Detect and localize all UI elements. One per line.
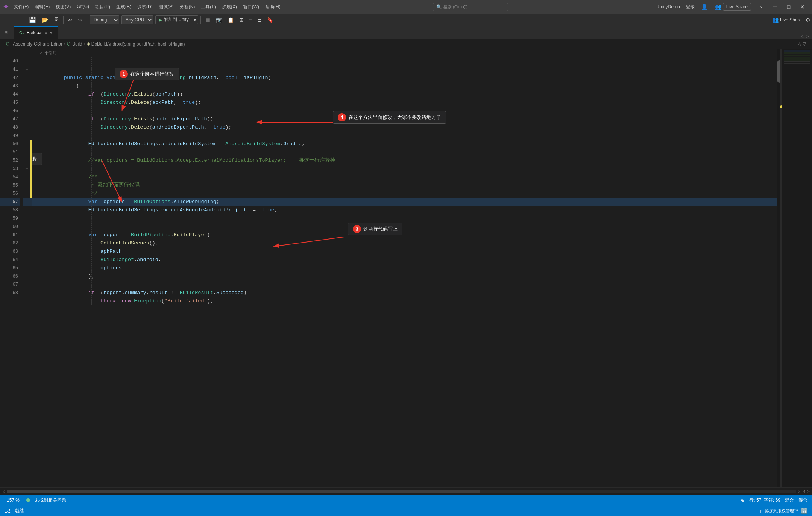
line-num-66: 66: [0, 272, 20, 281]
menu-window[interactable]: 窗口(W): [240, 2, 262, 12]
no-errors[interactable]: 未找到相关问题: [35, 497, 66, 504]
live-share-icon: 👥: [715, 4, 721, 10]
line-num-57: 57: [0, 198, 20, 206]
breadcrumb-assembly[interactable]: Assembly-CSharp-Editor: [13, 41, 62, 47]
fold-41[interactable]: ─: [23, 65, 30, 74]
code-mgmt-icon: 🔢: [801, 508, 807, 514]
line-num-67: 67: [0, 281, 20, 289]
open-btn[interactable]: 📂: [39, 16, 50, 24]
vertical-scrollbar[interactable]: [777, 49, 782, 487]
add-code-mgmt[interactable]: 添加到版权管理™: [765, 508, 798, 514]
line-num-49: 49: [0, 132, 20, 140]
expand-icon[interactable]: ⌥: [756, 3, 767, 11]
line-num-53: 53: [0, 165, 20, 173]
close-btn[interactable]: ✕: [795, 0, 809, 14]
menu-git[interactable]: Git(G): [74, 2, 92, 12]
scroll-right-btn[interactable]: ▷: [798, 489, 801, 493]
menu-analyze[interactable]: 分析(N): [177, 2, 198, 12]
fold-53[interactable]: ─: [23, 165, 30, 173]
menu-build[interactable]: 生成(B): [113, 2, 134, 12]
status-dot: [26, 498, 30, 502]
line-num-45: 45: [0, 99, 20, 107]
zoom-level[interactable]: 157 %: [5, 498, 22, 503]
screenshot-btn[interactable]: 📷: [214, 16, 225, 24]
annotation-3: 3 这两行代码写上: [348, 223, 402, 235]
line-num-62: 62: [0, 239, 20, 247]
git-status[interactable]: 就绪: [15, 508, 24, 514]
align-right-btn[interactable]: ≣: [255, 16, 264, 24]
code-line-66: [32, 272, 777, 281]
file-tab-build[interactable]: C# Build.cs ● ✕: [14, 26, 58, 39]
goto-btn[interactable]: ⊕: [741, 498, 745, 503]
line-num-41: 41: [0, 65, 20, 74]
attach-unity-btn[interactable]: ▶ 附加到 Unity: [156, 16, 192, 24]
horizontal-scrollbar[interactable]: [7, 490, 796, 493]
back-btn[interactable]: ←: [2, 16, 12, 24]
login-btn[interactable]: 登录: [683, 3, 698, 11]
line-num-60: 60: [0, 223, 20, 231]
code-line-56: var options = BuildOptions.AllowDebuggin…: [32, 190, 777, 198]
nav-right-btn[interactable]: ⊳: [807, 489, 810, 493]
menu-project[interactable]: 项目(P): [92, 2, 113, 12]
line-num-47: 47: [0, 115, 20, 123]
menu-view[interactable]: 视图(V): [53, 2, 74, 12]
menu-debug[interactable]: 调试(D): [134, 2, 156, 12]
clipboard-btn[interactable]: 📋: [225, 16, 236, 24]
platform-dropdown[interactable]: Any CPU: [121, 15, 153, 24]
scroll-left-btn[interactable]: ◁: [2, 489, 5, 493]
encoding[interactable]: 混合: [785, 497, 794, 504]
line-num-46: 46: [0, 107, 20, 115]
code-line-67: if (report.summary.result != BuildResult…: [32, 281, 777, 289]
menu-edit[interactable]: 编辑(E): [32, 2, 53, 12]
menu-file[interactable]: 文件(F): [11, 2, 32, 12]
sidebar-toggle[interactable]: ⊞: [0, 26, 14, 39]
breadcrumb-nav-down[interactable]: ▽: [803, 41, 806, 47]
minimap: [782, 49, 812, 487]
code-line-54: * 添加下面两行代码: [32, 173, 777, 181]
bookmark-btn[interactable]: 🔖: [265, 16, 276, 24]
tab-scroll-right[interactable]: ▷: [806, 33, 809, 39]
breadcrumb-file[interactable]: Build: [72, 41, 82, 47]
tab-close-btn[interactable]: ✕: [49, 31, 52, 35]
menu-help[interactable]: 帮助(H): [262, 2, 284, 12]
line-ending[interactable]: 混合: [798, 497, 807, 504]
editor-status-bar: 157 % 未找到相关问题 ⊕ 行: 57 字符: 69 混合 混合: [0, 495, 812, 505]
live-share-label[interactable]: Live Share: [723, 3, 751, 11]
attach-dropdown-btn[interactable]: ▾: [192, 16, 198, 23]
line-num-58: 58: [0, 206, 20, 214]
menu-extensions[interactable]: 扩展(X): [219, 2, 240, 12]
annotation-1: 1 在这个脚本进行修改: [115, 68, 179, 80]
row-col[interactable]: 行: 57 字符: 69: [749, 497, 780, 504]
stop-btn[interactable]: ⏹: [203, 16, 213, 24]
tab-scroll-left[interactable]: ◁: [801, 33, 804, 39]
nav-left-btn[interactable]: ⊲: [802, 489, 805, 493]
bottom-status-bar: ⎇ 就绪 ↑ 添加到版权管理™ 🔢: [0, 505, 812, 516]
debug-config-dropdown[interactable]: Debug Release: [90, 15, 119, 24]
menu-tools[interactable]: 工具(T): [198, 2, 219, 12]
undo-btn[interactable]: ↩: [66, 16, 75, 24]
menu-test[interactable]: 测试(S): [156, 2, 177, 12]
live-share-icon2: 👥: [772, 17, 779, 23]
minimize-btn[interactable]: ─: [768, 0, 782, 14]
search-placeholder[interactable]: 搜索 (Ctrl+Q): [443, 4, 467, 10]
breadcrumb-bar: ⬡ Assembly-CSharp-Editor › ⬡ Build › ◈ D…: [0, 39, 812, 49]
breadcrumb-method[interactable]: DoBuildAndroid(string buildPath, bool is…: [91, 41, 185, 47]
align-left-btn[interactable]: ≡: [247, 16, 254, 24]
filter-btn[interactable]: ⊞: [237, 16, 246, 24]
save-btn[interactable]: 💾: [27, 15, 39, 24]
breadcrumb-nav-up[interactable]: △: [798, 41, 801, 47]
ref-count-line: 2 个引用: [32, 49, 777, 57]
user-icon: 👤: [701, 4, 707, 10]
line-num-55: 55: [0, 181, 20, 190]
breadcrumb-sep2: ›: [84, 41, 85, 47]
code-line-60: var report = BuildPipeline.BuildPlayer(: [32, 223, 777, 231]
maximize-btn[interactable]: □: [782, 0, 795, 14]
save-all-btn[interactable]: 🗄: [51, 16, 61, 24]
settings-icon[interactable]: ⚙: [806, 16, 810, 24]
redo-btn[interactable]: ↪: [76, 16, 85, 24]
code-editor[interactable]: 2 个引用 public static void DoBuildAndroid(…: [32, 49, 777, 487]
forward-btn[interactable]: →: [12, 16, 22, 24]
live-share-btn[interactable]: Live Share: [780, 17, 801, 23]
scroll-bar-area: ◁ ▷ ⊲ ⊳: [0, 487, 812, 495]
line-num-68: 68: [0, 289, 20, 297]
